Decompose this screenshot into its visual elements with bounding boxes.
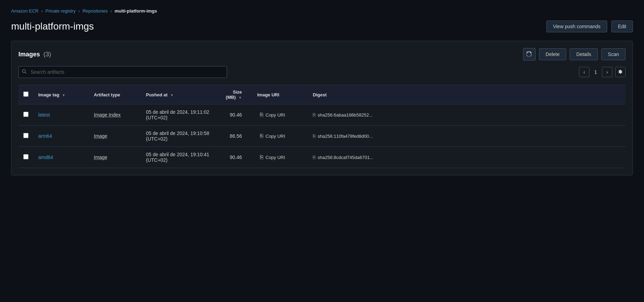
header-image-uri: Image URI <box>252 85 308 104</box>
row-digest: ⎘ sha256:110fa478fed8d00... <box>308 126 626 147</box>
header-digest: Digest <box>308 85 626 104</box>
breadcrumb-sep-2: › <box>78 9 80 14</box>
select-all-checkbox[interactable] <box>23 92 28 97</box>
row-image-uri: ⎘ Copy URI <box>252 104 308 126</box>
copy-uri-button[interactable]: ⎘ Copy URI <box>257 110 288 119</box>
images-table: Image tag ▼ Artifact type Pushed at ▼ Si… <box>18 85 626 168</box>
artifact-type-label: Image Index <box>94 112 121 118</box>
details-button[interactable]: Details <box>570 48 598 60</box>
artifact-type-label: Image <box>94 133 107 139</box>
scan-button[interactable]: Scan <box>601 48 626 60</box>
images-label: Images <box>18 51 40 58</box>
next-page-button[interactable]: › <box>602 67 612 77</box>
edit-button[interactable]: Edit <box>611 21 633 32</box>
image-tag-link[interactable]: amd64 <box>38 154 53 160</box>
digest-value: sha256:8cdcaf745da6701... <box>318 155 373 160</box>
breadcrumb-current: multi-platform-imgs <box>115 8 157 14</box>
header-image-tag[interactable]: Image tag ▼ <box>33 85 89 104</box>
table-settings-button[interactable] <box>615 67 626 77</box>
row-artifact-type: Image <box>89 147 141 168</box>
header-size[interactable]: Size (MB) ▼ <box>218 85 252 104</box>
row-checkbox[interactable] <box>23 112 28 117</box>
images-actions: Delete Details Scan <box>523 48 626 61</box>
row-image-uri: ⎘ Copy URI <box>252 126 308 147</box>
image-tag-sort-icon: ▼ <box>62 93 65 97</box>
row-checkbox[interactable] <box>23 133 28 138</box>
svg-line-1 <box>25 72 26 74</box>
row-image-uri: ⎘ Copy URI <box>252 147 308 168</box>
row-pushed-at: 05 de abril de 2024, 19:11:02 (UTC+02) <box>141 104 218 126</box>
images-section-header: Images (3) Delete Details Scan <box>18 48 626 61</box>
page-header: multi-platform-imgs View push commands E… <box>11 21 633 32</box>
image-tag-link[interactable]: arm64 <box>38 133 52 139</box>
breadcrumb-sep-3: › <box>111 9 112 14</box>
breadcrumb: Amazon ECR › Private registry › Reposito… <box>11 8 633 14</box>
copy-icon: ⎘ <box>260 112 263 118</box>
breadcrumb-sep-1: › <box>41 9 43 14</box>
pagination: ‹ 1 › <box>579 67 626 77</box>
digest-copy-icon: ⎘ <box>313 112 316 118</box>
header-actions: View push commands Edit <box>546 21 633 32</box>
page-number: 1 <box>592 69 599 75</box>
breadcrumb-ecr[interactable]: Amazon ECR <box>11 8 39 14</box>
row-checkbox-cell <box>18 147 33 168</box>
copy-uri-label: Copy URI <box>266 155 285 160</box>
prev-page-button[interactable]: ‹ <box>579 67 589 77</box>
row-checkbox[interactable] <box>23 154 28 159</box>
delete-button[interactable]: Delete <box>539 48 566 60</box>
search-input[interactable] <box>18 66 227 78</box>
digest-copy-icon: ⎘ <box>313 133 316 139</box>
row-tag: amd64 <box>33 147 89 168</box>
size-sort-icon: ▼ <box>238 96 242 100</box>
refresh-icon <box>527 51 532 57</box>
row-size: 90.46 <box>218 147 252 168</box>
copy-uri-button[interactable]: ⎘ Copy URI <box>257 132 288 141</box>
breadcrumb-repositories[interactable]: Repositories <box>82 8 107 14</box>
pushed-at-sort-icon: ▼ <box>170 93 174 97</box>
refresh-button[interactable] <box>523 48 536 61</box>
artifact-type-label: Image <box>94 154 107 160</box>
copy-uri-button[interactable]: ⎘ Copy URI <box>257 153 288 162</box>
view-push-commands-button[interactable]: View push commands <box>546 21 607 32</box>
image-tag-link[interactable]: latest <box>38 112 50 118</box>
row-size: 86.56 <box>218 126 252 147</box>
images-title: Images (3) <box>18 51 51 58</box>
header-checkbox-cell <box>18 85 33 104</box>
row-checkbox-cell <box>18 104 33 126</box>
copy-icon: ⎘ <box>260 154 263 160</box>
copy-uri-label: Copy URI <box>266 112 285 118</box>
copy-icon: ⎘ <box>260 133 263 139</box>
header-pushed-at[interactable]: Pushed at ▼ <box>141 85 218 104</box>
images-card: Images (3) Delete Details Scan <box>11 41 633 175</box>
table-row: amd64 Image 05 de abril de 2024, 19:10:4… <box>18 147 626 168</box>
digest-copy-icon: ⎘ <box>313 154 316 160</box>
row-tag: latest <box>33 104 89 126</box>
digest-value: sha256:6abaa188b58252... <box>318 112 373 118</box>
row-tag: arm64 <box>33 126 89 147</box>
row-pushed-at: 05 de abril de 2024, 19:10:58 (UTC+02) <box>141 126 218 147</box>
row-artifact-type: Image <box>89 126 141 147</box>
copy-uri-label: Copy URI <box>266 134 285 139</box>
images-count: (3) <box>43 51 51 58</box>
breadcrumb-private-registry[interactable]: Private registry <box>46 8 76 14</box>
table-header-row: Image tag ▼ Artifact type Pushed at ▼ Si… <box>18 85 626 104</box>
row-digest: ⎘ sha256:6abaa188b58252... <box>308 104 626 126</box>
search-pagination-row: ‹ 1 › <box>18 66 626 78</box>
row-artifact-type: Image Index <box>89 104 141 126</box>
gear-icon <box>618 69 623 75</box>
page-title: multi-platform-imgs <box>11 21 94 32</box>
table-row: arm64 Image 05 de abril de 2024, 19:10:5… <box>18 126 626 147</box>
row-pushed-at: 05 de abril de 2024, 19:10:41 (UTC+02) <box>141 147 218 168</box>
digest-value: sha256:110fa478fed8d00... <box>318 134 373 139</box>
svg-point-0 <box>22 70 25 73</box>
search-icon <box>22 69 27 75</box>
row-digest: ⎘ sha256:8cdcaf745da6701... <box>308 147 626 168</box>
table-row: latest Image Index 05 de abril de 2024, … <box>18 104 626 126</box>
search-wrap <box>18 66 227 78</box>
row-checkbox-cell <box>18 126 33 147</box>
row-size: 90.46 <box>218 104 252 126</box>
header-artifact-type: Artifact type <box>89 85 141 104</box>
